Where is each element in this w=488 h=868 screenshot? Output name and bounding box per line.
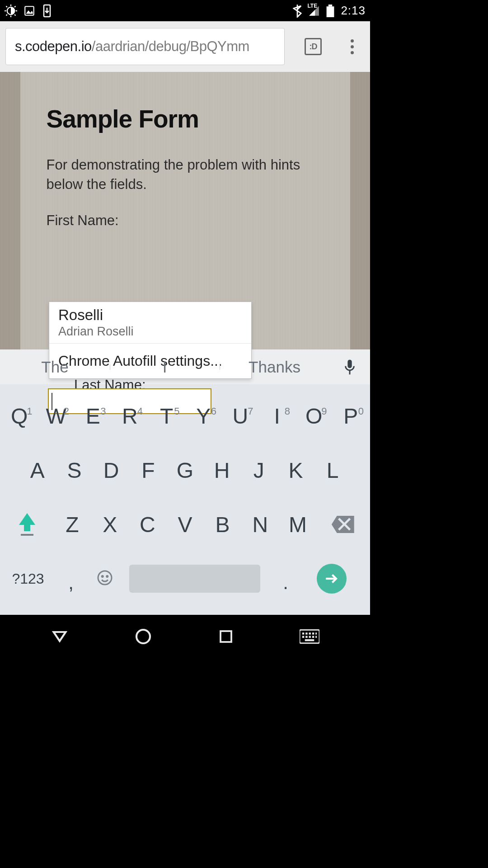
android-nav-bar (0, 615, 370, 658)
svg-rect-26 (302, 632, 304, 634)
svg-point-20 (107, 576, 108, 577)
key-M[interactable]: M (279, 512, 316, 537)
svg-rect-32 (305, 636, 307, 638)
autofill-secondary: Adrian Roselli (58, 325, 242, 339)
url-bar[interactable]: s.codepen.io/aardrian/debug/BpQYmm (5, 28, 285, 65)
image-icon (23, 5, 35, 17)
svg-rect-28 (309, 632, 310, 634)
autofill-primary: Roselli (58, 307, 242, 324)
key-W[interactable]: 2W (38, 404, 75, 429)
symbols-key[interactable]: ?123 (1, 571, 55, 587)
nav-back-icon[interactable] (51, 627, 69, 646)
nav-recent-icon[interactable] (218, 628, 234, 645)
svg-line-4 (6, 6, 7, 7)
web-viewport: Sample Form For demonstrating the proble… (0, 72, 370, 349)
chrome-menu-icon[interactable] (343, 38, 361, 55)
key-J[interactable]: J (240, 458, 277, 483)
svg-rect-16 (347, 359, 352, 368)
key-C[interactable]: C (129, 512, 166, 537)
enter-key[interactable] (305, 564, 359, 594)
nav-home-icon[interactable] (134, 627, 152, 646)
svg-point-23 (136, 630, 150, 643)
tabs-button[interactable]: :D (305, 38, 322, 55)
key-X[interactable]: X (91, 512, 129, 537)
space-key[interactable] (129, 565, 260, 593)
chrome-toolbar: s.codepen.io/aardrian/debug/BpQYmm :D (0, 21, 370, 72)
bluetooth-icon (293, 4, 302, 18)
svg-rect-33 (309, 636, 310, 638)
suggestion-1[interactable]: The (0, 358, 110, 376)
svg-rect-14 (328, 5, 332, 6)
lte-label: LTE (307, 3, 317, 9)
key-K[interactable]: K (277, 458, 314, 483)
svg-marker-13 (310, 9, 315, 15)
key-V[interactable]: V (166, 512, 204, 537)
svg-point-19 (102, 576, 103, 577)
url-host: s.codepen.io (15, 38, 92, 55)
svg-marker-9 (26, 10, 33, 14)
soft-keyboard: 1Q2W3E4R5T6Y7U8I9O0P ASDFGHJKL ZXCVBNM✕ … (0, 384, 370, 615)
nav-keyboard-icon[interactable] (300, 629, 319, 644)
key-P[interactable]: 0P (333, 404, 370, 429)
svg-rect-27 (305, 632, 307, 634)
tabs-button-label: :D (310, 42, 317, 52)
key-O[interactable]: 9O (296, 404, 333, 429)
emoji-key[interactable] (87, 570, 123, 588)
key-Q[interactable]: 1Q (1, 404, 38, 429)
key-D[interactable]: D (93, 458, 130, 483)
shift-key[interactable] (1, 513, 53, 536)
svg-rect-8 (25, 6, 34, 15)
suggestion-2[interactable]: I (110, 358, 220, 376)
svg-marker-22 (54, 632, 66, 641)
key-I[interactable]: 8I (259, 404, 296, 429)
key-U[interactable]: 7U (222, 404, 259, 429)
key-E[interactable]: 3E (75, 404, 112, 429)
key-N[interactable]: N (241, 512, 279, 537)
svg-rect-34 (312, 636, 314, 638)
comma-key[interactable]: , (55, 564, 87, 594)
svg-rect-31 (302, 636, 304, 638)
autofill-suggestion[interactable]: Roselli Adrian Roselli (49, 302, 251, 343)
svg-rect-29 (312, 632, 314, 634)
android-status-bar: LTE 2:13 (0, 0, 370, 21)
svg-point-18 (98, 571, 112, 585)
mic-icon[interactable] (329, 359, 370, 376)
svg-rect-35 (315, 636, 317, 638)
key-T[interactable]: 5T (148, 404, 185, 429)
key-R[interactable]: 4R (112, 404, 149, 429)
svg-line-7 (14, 6, 15, 7)
svg-rect-24 (221, 631, 231, 642)
key-S[interactable]: S (56, 458, 93, 483)
key-B[interactable]: B (204, 512, 241, 537)
page-intro: For demonstrating the problem with hints… (47, 155, 324, 194)
period-key[interactable]: . (267, 564, 305, 594)
signal-icon: LTE (308, 5, 320, 17)
key-Y[interactable]: 6Y (185, 404, 222, 429)
url-path: /aardrian/debug/BpQYmm (92, 38, 249, 55)
svg-rect-15 (327, 6, 334, 17)
brightness-icon (5, 5, 17, 17)
svg-rect-30 (315, 632, 317, 634)
key-F[interactable]: F (130, 458, 167, 483)
key-A[interactable]: A (19, 458, 56, 483)
backspace-key[interactable]: ✕ (317, 516, 369, 533)
key-H[interactable]: H (203, 458, 240, 483)
svg-line-5 (14, 14, 15, 15)
svg-rect-36 (305, 639, 314, 641)
key-Z[interactable]: Z (53, 512, 91, 537)
key-L[interactable]: L (314, 458, 351, 483)
download-icon (42, 4, 52, 18)
page-title: Sample Form (47, 104, 324, 133)
suggestion-3[interactable]: Thanks (220, 358, 329, 376)
status-clock: 2:13 (341, 4, 366, 18)
svg-line-6 (6, 14, 7, 15)
battery-icon (326, 5, 334, 17)
first-name-label: First Name: (47, 212, 324, 229)
key-G[interactable]: G (167, 458, 204, 483)
